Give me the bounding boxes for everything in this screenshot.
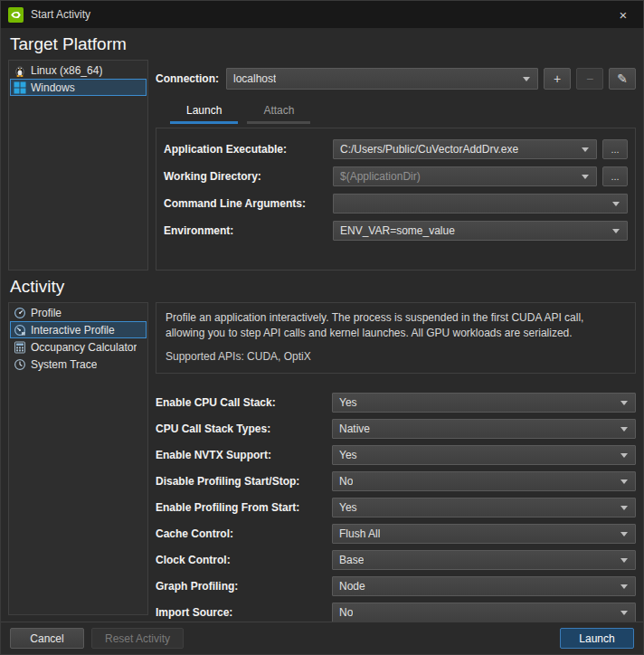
enable-cpu-call-stack-label: Enable CPU Call Stack: [156,396,332,409]
command-line-arguments-label: Command Line Arguments: [164,197,333,210]
close-button[interactable]: × [603,1,643,28]
application-executable-value: C:/Users/Public/CuVectorAddDrv.exe [340,143,518,156]
cache-control-label: Cache Control: [156,527,332,540]
environment-label: Environment: [164,224,333,237]
platform-list: Linux (x86_64) Windows [8,60,148,271]
platform-item-label: Windows [31,81,75,94]
platform-item-linux[interactable]: Linux (x86_64) [10,62,147,79]
launch-settings-group: Application Executable: C:/Users/Public/… [156,128,636,271]
environment-value: ENV_VAR=some_value [340,224,455,237]
activity-item-label: System Trace [31,358,97,371]
activity-item-profile[interactable]: Profile [10,304,147,321]
connection-value: localhost [233,72,276,85]
setting-row: Enable NVTX Support: Yes [156,445,636,465]
chevron-down-icon [620,584,628,589]
working-directory-label: Working Directory: [164,170,333,183]
start-activity-dialog: Start Activity × Target Platform [0,0,644,655]
remove-connection-button[interactable]: − [576,68,603,90]
chevron-down-icon [620,401,628,405]
cancel-button[interactable]: Cancel [10,628,84,649]
import-source-label: Import Source: [156,606,332,619]
activity-item-system-trace[interactable]: System Trace [10,356,147,373]
working-directory-browse-button[interactable]: ... [602,166,628,186]
application-executable-select[interactable]: C:/Users/Public/CuVectorAddDrv.exe [333,139,597,159]
setting-row: Disable Profiling Start/Stop: No [156,471,636,491]
combo-value: Yes [339,449,357,461]
clock-control-select[interactable]: Base [332,550,636,570]
launch-attach-tabs: Launch Attach [170,101,636,124]
import-source-select[interactable]: No [332,603,636,622]
tab-attach[interactable]: Attach [247,101,310,124]
windows-icon [14,81,26,94]
activity-item-interactive-profile[interactable]: Interactive Profile [10,321,147,338]
application-executable-label: Application Executable: [164,143,333,156]
combo-value: Flush All [339,527,380,540]
activity-description-text: Profile an application interactively. Th… [166,310,626,342]
environment-select[interactable]: ENV_VAR=some_value [333,221,628,241]
graph-profiling-select[interactable]: Node [332,576,636,596]
chevron-down-icon [620,558,628,563]
field-row: Command Line Arguments: [164,194,628,214]
activity-item-label: Occupancy Calculator [31,341,137,354]
chevron-down-icon [620,427,628,432]
disable-profiling-start-stop-select[interactable]: No [332,471,636,491]
reset-activity-button[interactable]: Reset Activity [91,628,184,649]
graph-profiling-label: Graph Profiling: [156,580,332,593]
linux-icon [14,64,26,77]
nvidia-logo-icon [8,7,24,23]
chevron-down-icon [620,506,628,510]
field-row: Environment: ENV_VAR=some_value [164,221,628,241]
platform-item-windows[interactable]: Windows [10,79,147,96]
activity-item-occupancy-calculator[interactable]: Occupancy Calculator [10,338,147,356]
chevron-down-icon [582,175,589,179]
chevron-down-icon [620,532,628,536]
chevron-down-icon [620,453,628,458]
field-row: Application Executable: C:/Users/Public/… [164,139,628,159]
cpu-call-stack-types-select[interactable]: Native [332,419,636,439]
working-directory-select[interactable]: $(ApplicationDir) [333,166,597,186]
chevron-down-icon [620,611,628,615]
activity-item-label: Interactive Profile [31,324,115,337]
activity-right-panel: Profile an application interactively. Th… [156,302,636,615]
command-line-arguments-select[interactable] [333,194,628,214]
titlebar: Start Activity × [1,1,643,28]
supported-apis-text: Supported APIs: CUDA, OptiX [166,349,626,365]
combo-value: Node [339,580,365,593]
field-row: Working Directory: $(ApplicationDir) ... [164,166,628,186]
activity-settings: Enable CPU Call Stack: Yes CPU Call Stac… [156,393,636,622]
target-platform-heading: Target Platform [8,28,636,60]
combo-value: Yes [339,501,357,514]
disable-profiling-start-stop-label: Disable Profiling Start/Stop: [156,475,332,488]
enable-cpu-call-stack-select[interactable]: Yes [332,393,636,413]
connection-row: Connection: localhost + − ✎ [156,68,636,90]
enable-nvtx-support-select[interactable]: Yes [332,445,636,465]
setting-row: CPU Call Stack Types: Native [156,419,636,439]
launch-button[interactable]: Launch [560,628,634,649]
application-executable-browse-button[interactable]: ... [602,139,628,159]
combo-value: Base [339,554,364,566]
edit-connection-button[interactable]: ✎ [609,68,636,90]
clock-icon [14,358,26,371]
combo-value: No [339,475,353,488]
target-platform-section: Linux (x86_64) Windows [8,60,636,271]
cpu-call-stack-types-label: CPU Call Stack Types: [156,422,332,435]
connection-label: Connection: [156,72,219,85]
cache-control-select[interactable]: Flush All [332,524,636,544]
add-connection-button[interactable]: + [544,68,571,90]
chevron-down-icon [612,202,620,206]
dialog-footer: Cancel Reset Activity Launch [1,622,643,654]
combo-value: Yes [339,396,357,409]
connection-select[interactable]: localhost [226,68,538,90]
setting-row: Import Source: No [156,603,636,622]
enable-nvtx-support-label: Enable NVTX Support: [156,449,332,461]
window-title: Start Activity [31,8,90,21]
activity-item-label: Profile [31,307,62,319]
chevron-down-icon [620,479,628,484]
activity-list: Profile Interactive Profile [8,302,148,615]
chevron-down-icon [523,77,530,81]
setting-row: Enable Profiling From Start: Yes [156,498,636,517]
target-platform-right-panel: Connection: localhost + − ✎ Launch Attac… [156,60,636,271]
clock-control-label: Clock Control: [156,554,332,566]
enable-profiling-from-start-select[interactable]: Yes [332,498,636,517]
tab-launch[interactable]: Launch [170,101,238,124]
